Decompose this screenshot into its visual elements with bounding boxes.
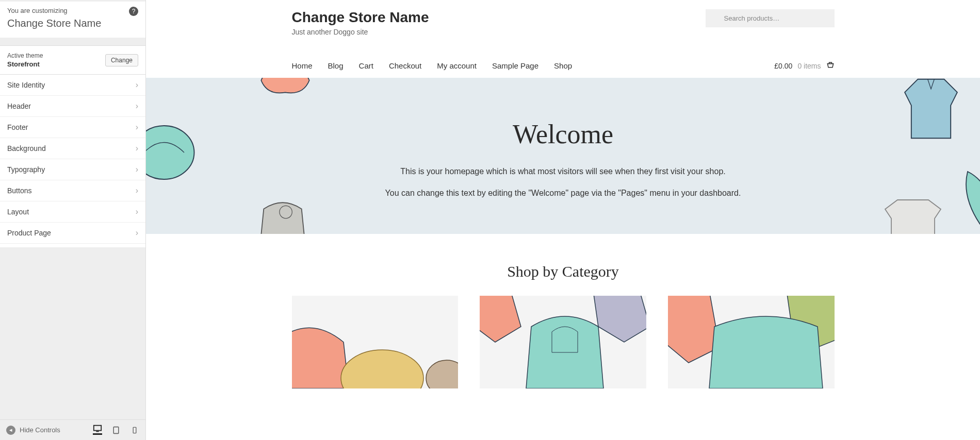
- site-header: Change Store Name Just another Doggo sit…: [292, 9, 835, 36]
- shop-by-category-title: Shop by Category: [292, 263, 835, 280]
- svg-rect-3: [133, 427, 136, 433]
- site-tagline: Just another Doggo site: [292, 28, 685, 36]
- customizing-label: You are customizing: [7, 7, 138, 14]
- nav-link-my-account[interactable]: My account: [437, 61, 477, 70]
- collapse-left-icon: ◂: [6, 426, 15, 435]
- svg-rect-1: [96, 431, 99, 432]
- chevron-right-icon: ›: [136, 228, 138, 238]
- customizing-header: You are customizing Change Store Name ?: [0, 2, 145, 38]
- device-preview-icons: [93, 426, 139, 435]
- category-grid: [292, 296, 835, 388]
- chevron-right-icon: ›: [136, 123, 138, 132]
- chevron-right-icon: ›: [136, 144, 138, 153]
- help-icon[interactable]: ?: [129, 7, 138, 16]
- menu-item-label: Typography: [7, 165, 45, 174]
- active-theme-name: Storefront: [7, 60, 43, 68]
- desktop-icon[interactable]: [93, 426, 102, 435]
- cart-summary[interactable]: £0.00 0 items: [774, 61, 834, 71]
- hero-section: Welcome This is your homepage which is w…: [146, 78, 980, 234]
- basket-icon: [826, 61, 835, 71]
- chevron-right-icon: ›: [136, 101, 138, 111]
- customizer-sidebar: You are customizing Change Store Name ? …: [0, 0, 146, 440]
- category-tile-3[interactable]: [668, 296, 835, 388]
- cart-items-count: 0 items: [797, 62, 821, 70]
- hide-controls-label: Hide Controls: [20, 426, 60, 434]
- primary-nav: Home Blog Cart Checkout My account Sampl…: [292, 61, 573, 70]
- customizer-menu: Site Identity › Header › Footer › Backgr…: [0, 75, 145, 247]
- hide-controls-button[interactable]: ◂ Hide Controls: [6, 426, 60, 435]
- menu-item-header[interactable]: Header ›: [0, 96, 145, 117]
- menu-item-label: Footer: [7, 123, 28, 131]
- chevron-right-icon: ›: [136, 186, 138, 195]
- menu-item-layout[interactable]: Layout ›: [0, 201, 145, 223]
- shop-by-category-section: Shop by Category: [280, 234, 847, 388]
- nav-link-home[interactable]: Home: [292, 61, 313, 70]
- active-theme-row: Active theme Storefront Change: [0, 45, 145, 75]
- nav-link-cart[interactable]: Cart: [359, 61, 373, 70]
- site-title[interactable]: Change Store Name: [292, 9, 685, 26]
- nav-link-blog[interactable]: Blog: [328, 61, 344, 70]
- search-wrap: [706, 9, 835, 27]
- menu-item-label: Product Page: [7, 229, 51, 237]
- svg-rect-0: [94, 426, 101, 431]
- clothing-illustration-blue-polo: [897, 78, 965, 145]
- customizing-title: Change Store Name: [7, 18, 138, 29]
- hero-line-1: This is your homepage which is what most…: [156, 167, 970, 176]
- clothing-illustration-gray-tshirt: [882, 193, 944, 234]
- chevron-right-icon: ›: [136, 165, 138, 174]
- active-theme-label: Active theme: [7, 52, 43, 59]
- menu-item-background[interactable]: Background ›: [0, 138, 145, 159]
- menu-item-label: Site Identity: [7, 81, 45, 89]
- chevron-right-icon: ›: [136, 207, 138, 216]
- search-input[interactable]: [706, 9, 835, 27]
- svg-point-7: [280, 206, 292, 218]
- svg-rect-2: [113, 427, 119, 433]
- hero-title: Welcome: [156, 119, 970, 149]
- menu-item-label: Background: [7, 144, 46, 153]
- mobile-icon[interactable]: [130, 426, 139, 435]
- nav-row: Home Blog Cart Checkout My account Sampl…: [292, 61, 835, 78]
- nav-link-sample-page[interactable]: Sample Page: [492, 61, 538, 70]
- menu-item-site-identity[interactable]: Site Identity ›: [0, 75, 145, 96]
- category-tile-2[interactable]: [480, 296, 646, 388]
- svg-point-6: [146, 126, 194, 179]
- tablet-icon[interactable]: [111, 426, 121, 435]
- nav-link-checkout[interactable]: Checkout: [389, 61, 421, 70]
- cart-total: £0.00: [774, 62, 792, 70]
- menu-item-footer[interactable]: Footer ›: [0, 117, 145, 138]
- menu-item-label: Layout: [7, 208, 29, 216]
- change-theme-button[interactable]: Change: [105, 54, 138, 66]
- clothing-illustration-teal-sweater: [146, 119, 198, 186]
- preview-pane: Change Store Name Just another Doggo sit…: [146, 0, 980, 440]
- menu-item-typography[interactable]: Typography ›: [0, 159, 145, 180]
- sidebar-spacer: [0, 247, 145, 420]
- clothing-illustration-pink-shirt: [254, 78, 316, 98]
- menu-item-label: Buttons: [7, 187, 31, 195]
- sidebar-bottom-bar: ◂ Hide Controls: [0, 419, 145, 440]
- menu-item-product-page[interactable]: Product Page ›: [0, 223, 145, 244]
- category-tile-1[interactable]: [292, 296, 459, 388]
- clothing-illustration-green-sleeve: [959, 165, 980, 227]
- nav-link-shop[interactable]: Shop: [554, 61, 572, 70]
- chevron-right-icon: ›: [136, 80, 138, 90]
- menu-item-buttons[interactable]: Buttons ›: [0, 180, 145, 201]
- menu-item-label: Header: [7, 102, 31, 110]
- clothing-illustration-gray-hoodie: [249, 196, 316, 234]
